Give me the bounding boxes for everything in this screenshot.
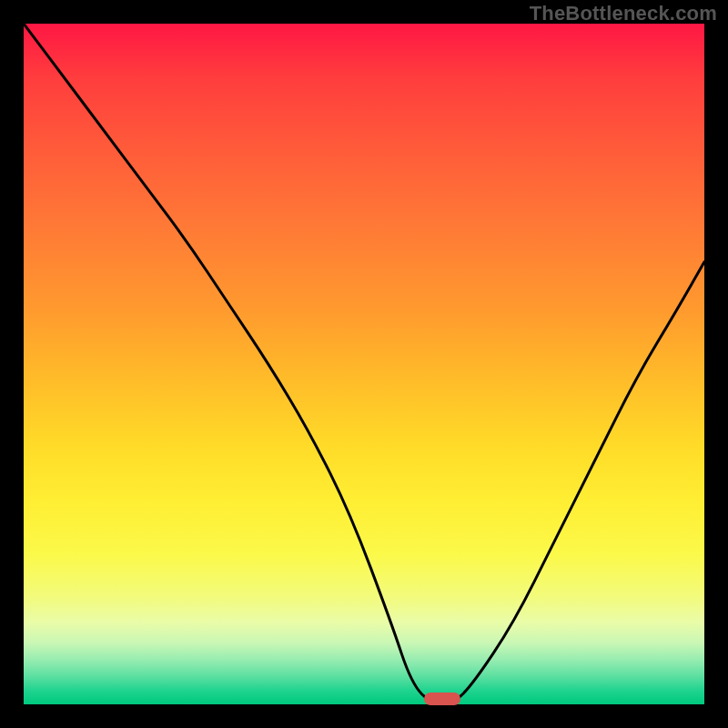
bottleneck-curve xyxy=(24,24,704,704)
chart-frame: TheBottleneck.com xyxy=(0,0,728,728)
watermark-text: TheBottleneck.com xyxy=(530,2,717,25)
plot-area xyxy=(24,24,704,704)
optimal-marker xyxy=(424,693,460,705)
